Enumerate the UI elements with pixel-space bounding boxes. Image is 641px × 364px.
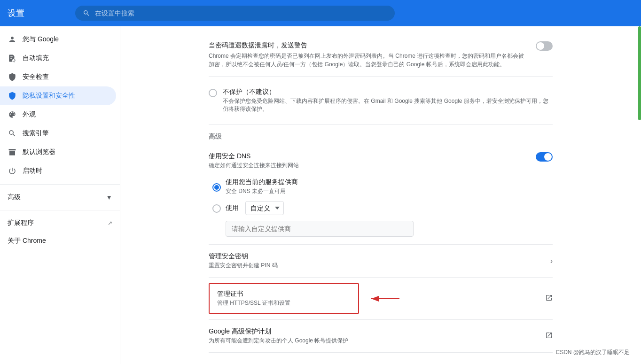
dns-header: 使用安全 DNS 确定如何通过安全连接来连接到网站 xyxy=(209,152,553,170)
startup-icon xyxy=(8,166,17,176)
password-section: 当密码遭遇数据泄露时，发送警告 Chrome 会定期检查您的密码是否已被列在网上… xyxy=(209,34,553,77)
manage-cert-desc: 管理 HTTPS/SSL 证书和设置 xyxy=(217,299,351,307)
sidebar-about[interactable]: 关于 Chrome xyxy=(0,232,116,250)
dns-option1-radio[interactable] xyxy=(212,183,221,192)
red-arrow-annotation xyxy=(367,292,404,306)
search-icon xyxy=(83,9,90,17)
dns-option1-label: 使用您当前的服务提供商 xyxy=(226,178,298,186)
security-key-desc: 重置安全密钥并创建 PIN 码 xyxy=(209,262,543,270)
extensions-label: 扩展程序 xyxy=(8,219,34,227)
scrollbar-indicator[interactable] xyxy=(638,26,641,120)
password-toggle-area[interactable] xyxy=(529,41,553,51)
annotation-arrow xyxy=(367,292,404,306)
chevron-down-icon: ▼ xyxy=(106,194,112,201)
dns-custom-select[interactable]: 自定义 xyxy=(245,201,284,215)
page-title: 设置 xyxy=(8,8,64,19)
sidebar-item-autofill[interactable]: 自动填充 xyxy=(0,49,116,68)
security-key-content: 管理安全密钥 重置安全密钥并创建 PIN 码 xyxy=(209,252,543,270)
chevron-right-icon: › xyxy=(550,257,553,265)
password-toggle[interactable] xyxy=(536,41,553,51)
password-title: 当密码遭遇数据泄露时，发送警告 xyxy=(209,41,529,50)
external-link-icon: ↗ xyxy=(108,220,112,226)
sidebar-item-search[interactable]: 搜索引擎 xyxy=(0,124,116,143)
dns-toggle-area[interactable] xyxy=(529,152,553,162)
sidebar-label-google: 您与 Google xyxy=(23,35,59,44)
sidebar-item-privacy[interactable]: 隐私设置和安全性 xyxy=(0,86,116,105)
security-key-row[interactable]: 管理安全密钥 重置安全密钥并创建 PIN 码 › xyxy=(209,245,553,278)
dns-option2-radio[interactable] xyxy=(212,204,221,213)
dns-option1-sublabel: 安全 DNS 未必一直可用 xyxy=(226,187,298,195)
no-protection-section: 不保护（不建议） 不会保护您免受危险网站、下载内容和扩展程序的侵害。在 Gmai… xyxy=(209,77,553,125)
sidebar-item-google[interactable]: 您与 Google xyxy=(0,30,116,49)
search-input[interactable] xyxy=(95,9,387,17)
sidebar-label-autofill: 自动填充 xyxy=(23,54,49,62)
sidebar-label-search: 搜索引擎 xyxy=(23,129,49,138)
dns-section: 使用安全 DNS 确定如何通过安全连接来连接到网站 使用您当前的服务提供商 安全… xyxy=(209,145,553,245)
browser-icon xyxy=(8,147,17,157)
dns-option1-row[interactable]: 使用您当前的服务提供商 安全 DNS 未必一直可用 xyxy=(212,175,553,198)
external-link-icon-gp xyxy=(545,332,553,341)
content-area: 当密码遭遇数据泄露时，发送警告 Chrome 会定期检查您的密码是否已被列在网上… xyxy=(197,26,564,364)
svg-rect-0 xyxy=(9,149,16,150)
manage-cert-title: 管理证书 xyxy=(217,290,351,298)
password-desc: Chrome 会定期检查您的密码是否已被列在网上发布的外泄密码列表内。当 Chr… xyxy=(209,52,529,69)
sidebar-item-appearance[interactable]: 外观 xyxy=(0,105,116,124)
manage-cert-section: 管理证书 管理 HTTPS/SSL 证书和设置 xyxy=(209,278,553,320)
dns-toggle[interactable] xyxy=(536,152,553,162)
dns-text: 使用安全 DNS 确定如何通过安全连接来连接到网站 xyxy=(209,152,299,170)
no-protection-radio[interactable] xyxy=(209,89,217,97)
security-key-title: 管理安全密钥 xyxy=(209,252,543,261)
dns-desc: 确定如何通过安全连接来连接到网站 xyxy=(209,162,299,170)
csdn-label: CSDN @跑马的汉子睡眠不足 xyxy=(555,349,630,356)
header: 设置 xyxy=(0,0,641,26)
about-label: 关于 Chrome xyxy=(8,237,46,245)
layout: 您与 Google 自动填充 安全检查 隐私设置和安全性 外观 xyxy=(0,26,641,364)
dns-custom-input[interactable] xyxy=(226,221,414,237)
no-protection-title: 不保护（不建议） xyxy=(223,88,553,96)
dns-input-row xyxy=(212,218,553,237)
autofill-icon xyxy=(8,54,17,63)
google-protection-content: Google 高级保护计划 为所有可能会遭到定向攻击的个人 Google 帐号提… xyxy=(209,327,538,345)
sidebar: 您与 Google 自动填充 安全检查 隐私设置和安全性 外观 xyxy=(0,26,120,364)
dns-options: 使用您当前的服务提供商 安全 DNS 未必一直可用 使用 自定义 xyxy=(209,175,553,237)
external-link-icon-cert xyxy=(545,294,553,303)
privacy-icon xyxy=(8,91,17,101)
sidebar-label-browser: 默认浏览器 xyxy=(23,148,55,156)
sidebar-label-safety: 安全检查 xyxy=(23,73,49,81)
no-protection-text: 不保护（不建议） 不会保护您免受危险网站、下载内容和扩展程序的侵害。在 Gmai… xyxy=(223,88,553,113)
safety-icon xyxy=(8,72,17,82)
sidebar-item-startup[interactable]: 启动时 xyxy=(0,162,116,180)
advanced-section-label: 高级 xyxy=(209,125,553,145)
google-protection-title: Google 高级保护计划 xyxy=(209,327,538,336)
sidebar-extensions[interactable]: 扩展程序 ↗ xyxy=(0,214,120,232)
sidebar-label-privacy: 隐私设置和安全性 xyxy=(23,92,75,100)
search-bar[interactable] xyxy=(75,6,395,21)
no-protection-radio-item[interactable]: 不保护（不建议） 不会保护您免受危险网站、下载内容和扩展程序的侵害。在 Gmai… xyxy=(209,84,553,117)
sidebar-advanced[interactable]: 高级 ▼ xyxy=(0,188,120,206)
main-content: 当密码遭遇数据泄露时，发送警告 Chrome 会定期检查您的密码是否已被列在网上… xyxy=(120,26,641,364)
google-protection-desc: 为所有可能会遭到定向攻击的个人 Google 帐号提供保护 xyxy=(209,337,538,345)
no-protection-desc: 不会保护您免受危险网站、下载内容和扩展程序的侵害。在 Gmail 和 Googl… xyxy=(223,97,553,113)
manage-cert-row[interactable]: 管理证书 管理 HTTPS/SSL 证书和设置 xyxy=(209,283,359,314)
sidebar-divider2 xyxy=(0,210,120,210)
sidebar-item-browser[interactable]: 默认浏览器 xyxy=(0,143,116,162)
search-engine-icon xyxy=(8,129,17,138)
sidebar-label-appearance: 外观 xyxy=(23,110,36,119)
dns-title: 使用安全 DNS xyxy=(209,152,299,161)
dns-option2-row[interactable]: 使用 自定义 xyxy=(212,198,553,218)
appearance-icon xyxy=(8,110,17,119)
dns-option2-label: 使用 xyxy=(226,204,239,212)
sidebar-label-startup: 启动时 xyxy=(23,167,42,175)
sidebar-item-safety[interactable]: 安全检查 xyxy=(0,68,116,86)
google-protection-row[interactable]: Google 高级保护计划 为所有可能会遭到定向攻击的个人 Google 帐号提… xyxy=(209,320,553,353)
advanced-label: 高级 xyxy=(8,193,21,201)
person-icon xyxy=(8,35,17,44)
sidebar-divider xyxy=(0,184,120,185)
dns-option1-text: 使用您当前的服务提供商 安全 DNS 未必一直可用 xyxy=(226,178,298,195)
